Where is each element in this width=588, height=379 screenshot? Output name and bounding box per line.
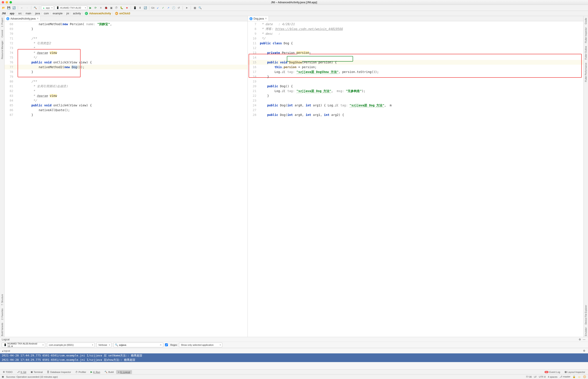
bt-git[interactable]: ⎇ 9: Git (15, 370, 28, 374)
crumb[interactable]: src (18, 12, 22, 15)
lock-icon[interactable]: 🔒 (572, 375, 576, 378)
search-icon[interactable]: 🔍 (198, 6, 202, 10)
tab-dog[interactable]: C Dog.java ✕ (248, 16, 269, 21)
window-controls[interactable] (2, 1, 12, 3)
status-bar: ▣ Success: Operation succeeded (10 minut… (0, 374, 588, 379)
log-line: 2021-04-28 17:44:29.775 6501-6501/com.ex… (0, 353, 588, 358)
close-tab-icon[interactable]: ✕ (37, 17, 39, 20)
sync-gradle-icon[interactable]: 🔃 (143, 6, 147, 10)
filter-input[interactable]: 🔍 ✕ (113, 343, 163, 347)
line-sep[interactable]: LF (534, 376, 537, 378)
device-combo[interactable]: 📱 HUAWEI TNY-AL00 Android 10, A (2, 343, 45, 347)
forward-icon[interactable]: → (25, 6, 29, 10)
rail-structure[interactable]: 7: Structure (1, 293, 3, 306)
tab-advanced-activity[interactable]: C AdvancedActivity.java ✕ (5, 16, 41, 21)
process-combo[interactable]: com.example.jni (6501) (47, 343, 95, 347)
build-icon[interactable]: 🔨 (33, 6, 37, 10)
window-icon[interactable]: ▣ (2, 375, 4, 378)
run-config-combo[interactable]: ▲app (41, 6, 54, 10)
code-editor-right[interactable]: 7 * date : 4/28/21 8 * 博客: https://blog.… (248, 21, 583, 337)
encoding[interactable]: UTF-8 (539, 376, 546, 378)
git-commit-icon[interactable]: ✓ (161, 6, 165, 10)
bt-terminal[interactable]: ▣ Terminal (29, 370, 45, 374)
log-output[interactable]: 2021-04-28 17:44:29.775 6501-6501/com.ex… (0, 353, 588, 369)
gear-icon[interactable]: ⚙ (578, 337, 582, 342)
git-history-icon[interactable]: 🕘 (171, 6, 176, 10)
titlebar: JNI – AdvancedActivity.java [JNI.app] (0, 0, 588, 5)
git-update-icon[interactable]: ↙ (156, 6, 160, 10)
settings-icon[interactable]: ⚙ (582, 349, 586, 353)
run-icon[interactable]: ▶ (88, 6, 93, 10)
bt-build[interactable]: 🔨 Build (102, 370, 115, 374)
rail-device-explorer[interactable]: Device File Explorer (585, 304, 587, 325)
hide-icon[interactable]: — (582, 337, 586, 342)
git-push-icon[interactable]: ↗ (166, 6, 171, 10)
crumb[interactable]: activity (73, 12, 81, 15)
bt-event-log[interactable]: 94 Event Log (543, 370, 562, 374)
face-happy-icon[interactable]: ☺ (578, 375, 581, 379)
rail-flutter-perf[interactable]: Flutter Performance (585, 62, 587, 83)
crumb[interactable]: example (53, 12, 63, 15)
back-icon[interactable]: ← (20, 6, 24, 10)
bottom-toolbar: ≣ TODO ⎇ 9: Git ▣ Terminal 🗄 Database In… (0, 369, 588, 374)
rail-commit[interactable]: Commit (1, 29, 3, 38)
crumb[interactable]: JNI (2, 12, 6, 15)
crumb-method[interactable]: onClick3 (119, 12, 130, 15)
filter-combo[interactable]: Show only selected application (179, 343, 222, 347)
crumb-class[interactable]: AdvancedActivity (89, 12, 111, 15)
rail-favorites[interactable]: 2: Favorites (1, 308, 3, 321)
bt-logcat[interactable]: ≡ 6: Logcat (116, 370, 132, 374)
main-toolbar: 📂 💾 🔄 ← → 🔨 ▲app 📱 HUAWEI TNY-AL00 ▶ ⟳ ≡… (0, 5, 588, 11)
rail-gradle[interactable]: Gradle (585, 17, 587, 25)
java-class-icon: C (250, 17, 253, 20)
profile-icon[interactable]: ⏱ (114, 6, 119, 10)
crumb[interactable]: java (35, 12, 40, 15)
close-window-icon[interactable] (2, 1, 4, 3)
crumb[interactable]: main (26, 12, 31, 15)
git-branch[interactable]: ⎇ master (559, 375, 571, 378)
maximize-window-icon[interactable] (10, 1, 12, 3)
bt-run[interactable]: ▶ 4: Run (89, 370, 102, 374)
bt-db[interactable]: 🗄 Database Inspector (45, 370, 73, 374)
clear-icon[interactable]: ✕ (159, 343, 162, 347)
coverage-icon[interactable]: ▣ (109, 6, 113, 10)
bt-layout-inspector[interactable]: ▦ Layout Inspector (563, 370, 587, 374)
rail-project[interactable]: 1: Project (1, 17, 3, 28)
avd-icon[interactable]: 📱 (133, 6, 137, 10)
level-combo[interactable]: Verbose (96, 343, 111, 347)
indent[interactable]: 4 spaces (548, 376, 557, 378)
attach-debugger-icon[interactable]: 🐛 (119, 6, 124, 10)
device-combo[interactable]: 📱 HUAWEI TNY-AL00 (55, 6, 87, 10)
crumb[interactable]: app (10, 12, 14, 15)
rail-build-variants[interactable]: Build Variants (1, 322, 3, 337)
editor-pane-left: C AdvancedActivity.java ✕ 68 nativeMetho… (5, 16, 248, 337)
phone-icon: 📱 (56, 6, 59, 9)
crumb[interactable]: com (44, 12, 49, 15)
rail-flutter-outline[interactable]: Flutter Outline (585, 45, 587, 61)
close-tab-icon[interactable]: ✕ (265, 17, 267, 20)
logcat-title: Logcat (2, 338, 10, 341)
editor-splitter: C AdvancedActivity.java ✕ 68 nativeMetho… (5, 16, 583, 337)
rail-emulator[interactable]: Emulator (585, 327, 587, 337)
sync-icon[interactable]: 🔄 (12, 6, 16, 10)
crumb[interactable]: jni (66, 12, 69, 15)
rail-flutter-inspector[interactable]: Flutter Inspector (585, 27, 587, 44)
bt-profiler[interactable]: ⏱ Profiler (73, 370, 88, 374)
apply-changes-icon[interactable]: ⟳ (93, 6, 98, 10)
apply-code-icon[interactable]: ≡ (99, 6, 103, 10)
open-icon[interactable]: 📂 (1, 6, 6, 10)
pointer-icon[interactable]: ➤ (185, 6, 189, 10)
structure-icon[interactable]: ▦ (193, 6, 197, 10)
minimize-window-icon[interactable] (6, 1, 8, 3)
stop-icon[interactable]: ■ (125, 6, 129, 10)
bt-todo[interactable]: ≣ TODO (1, 370, 15, 374)
regex-checkbox[interactable]: Regex (165, 343, 177, 346)
face-sad-icon[interactable]: ☹ (583, 375, 586, 379)
rail-resource-manager[interactable]: Resource Manager (1, 40, 3, 60)
code-editor-left[interactable]: 68 nativeMethod(new Persion( name: "洪静宝"… (5, 21, 248, 337)
android-icon: ▲ (43, 6, 45, 9)
git-rollback-icon[interactable]: ↺ (176, 6, 181, 10)
sdk-icon[interactable]: ⬇ (138, 6, 142, 10)
save-icon[interactable]: 💾 (6, 6, 11, 10)
debug-icon[interactable]: 🐞 (104, 6, 108, 10)
